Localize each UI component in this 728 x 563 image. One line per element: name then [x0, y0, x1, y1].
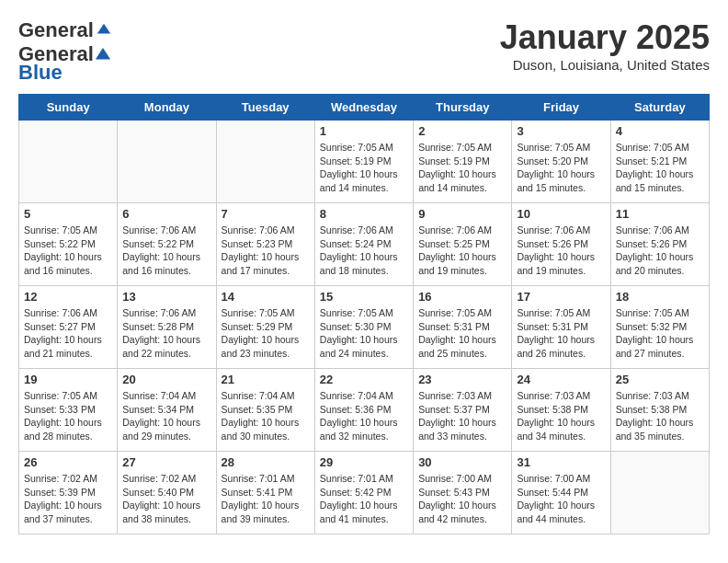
day-info: Sunrise: 7:03 AM Sunset: 5:38 PM Dayligh…: [616, 389, 704, 443]
day-number: 5: [24, 207, 112, 221]
weekday-header-sunday: Sunday: [19, 95, 118, 121]
calendar-cell: 23Sunrise: 7:03 AM Sunset: 5:37 PM Dayli…: [414, 369, 512, 452]
day-info: Sunrise: 7:06 AM Sunset: 5:27 PM Dayligh…: [24, 306, 112, 361]
day-info: Sunrise: 7:03 AM Sunset: 5:37 PM Dayligh…: [418, 389, 506, 443]
day-info: Sunrise: 7:06 AM Sunset: 5:24 PM Dayligh…: [320, 224, 408, 278]
logo-triangle-icon: [95, 47, 111, 63]
day-info: Sunrise: 7:05 AM Sunset: 5:19 PM Dayligh…: [320, 141, 408, 195]
calendar-cell: 29Sunrise: 7:01 AM Sunset: 5:42 PM Dayli…: [314, 452, 413, 534]
day-number: 3: [517, 124, 605, 138]
day-number: 9: [418, 207, 506, 221]
day-info: Sunrise: 7:05 AM Sunset: 5:22 PM Dayligh…: [24, 224, 112, 278]
day-info: Sunrise: 7:05 AM Sunset: 5:21 PM Dayligh…: [616, 141, 704, 195]
day-number: 14: [222, 290, 310, 304]
day-info: Sunrise: 7:01 AM Sunset: 5:42 PM Dayligh…: [320, 472, 408, 526]
day-info: Sunrise: 7:00 AM Sunset: 5:44 PM Dayligh…: [517, 472, 605, 526]
day-number: 28: [222, 455, 310, 469]
day-number: 12: [24, 290, 112, 304]
weekday-header-friday: Friday: [512, 95, 610, 121]
calendar-cell: 20Sunrise: 7:04 AM Sunset: 5:34 PM Dayli…: [118, 369, 216, 452]
day-number: 20: [122, 373, 210, 386]
day-info: Sunrise: 7:06 AM Sunset: 5:22 PM Dayligh…: [122, 224, 210, 278]
day-number: 30: [418, 455, 506, 469]
calendar-cell: 31Sunrise: 7:00 AM Sunset: 5:44 PM Dayli…: [512, 452, 610, 534]
day-number: 1: [320, 124, 408, 138]
calendar-cell: 14Sunrise: 7:05 AM Sunset: 5:29 PM Dayli…: [216, 286, 314, 369]
calendar-subtitle: Duson, Louisiana, United States: [500, 57, 710, 73]
day-info: Sunrise: 7:06 AM Sunset: 5:26 PM Dayligh…: [517, 224, 605, 278]
week-row-2: 5Sunrise: 7:05 AM Sunset: 5:22 PM Daylig…: [19, 203, 710, 286]
calendar-cell: [610, 452, 709, 534]
page-header: General General Blue January 2025 Duson,…: [18, 18, 710, 85]
svg-marker-1: [96, 48, 110, 60]
day-info: Sunrise: 7:05 AM Sunset: 5:29 PM Dayligh…: [222, 306, 310, 361]
calendar-table: SundayMondayTuesdayWednesdayThursdayFrid…: [18, 94, 710, 534]
calendar-cell: 2Sunrise: 7:05 AM Sunset: 5:19 PM Daylig…: [414, 121, 512, 203]
day-number: 8: [320, 207, 408, 221]
day-number: 4: [616, 124, 704, 138]
title-block: January 2025 Duson, Louisiana, United St…: [500, 18, 710, 73]
day-info: Sunrise: 7:05 AM Sunset: 5:31 PM Dayligh…: [517, 306, 605, 361]
day-info: Sunrise: 7:05 AM Sunset: 5:32 PM Dayligh…: [616, 306, 704, 361]
day-number: 19: [24, 373, 112, 386]
day-number: 25: [616, 373, 704, 386]
logo-blue-label: Blue: [18, 61, 63, 85]
day-number: 29: [320, 455, 408, 469]
day-number: 22: [320, 373, 408, 386]
calendar-cell: 3Sunrise: 7:05 AM Sunset: 5:20 PM Daylig…: [512, 121, 610, 203]
day-info: Sunrise: 7:00 AM Sunset: 5:43 PM Dayligh…: [418, 472, 506, 526]
day-info: Sunrise: 7:03 AM Sunset: 5:38 PM Dayligh…: [517, 389, 605, 443]
weekday-header-saturday: Saturday: [610, 95, 709, 121]
day-number: 11: [616, 207, 704, 221]
day-number: 16: [418, 290, 506, 304]
calendar-cell: 18Sunrise: 7:05 AM Sunset: 5:32 PM Dayli…: [610, 286, 709, 369]
calendar-cell: 8Sunrise: 7:06 AM Sunset: 5:24 PM Daylig…: [314, 203, 413, 286]
calendar-cell: 16Sunrise: 7:05 AM Sunset: 5:31 PM Dayli…: [414, 286, 512, 369]
day-number: 18: [616, 290, 704, 304]
day-info: Sunrise: 7:06 AM Sunset: 5:25 PM Dayligh…: [418, 224, 506, 278]
calendar-cell: 28Sunrise: 7:01 AM Sunset: 5:41 PM Dayli…: [216, 452, 314, 534]
calendar-cell: 19Sunrise: 7:05 AM Sunset: 5:33 PM Dayli…: [19, 369, 118, 452]
calendar-cell: [216, 121, 314, 203]
week-row-3: 12Sunrise: 7:06 AM Sunset: 5:27 PM Dayli…: [19, 286, 710, 369]
week-row-1: 1Sunrise: 7:05 AM Sunset: 5:19 PM Daylig…: [19, 121, 710, 203]
day-number: 15: [320, 290, 408, 304]
logo-icon: [96, 22, 112, 39]
day-number: 10: [517, 207, 605, 221]
calendar-cell: 17Sunrise: 7:05 AM Sunset: 5:31 PM Dayli…: [512, 286, 610, 369]
day-info: Sunrise: 7:02 AM Sunset: 5:40 PM Dayligh…: [122, 472, 210, 526]
calendar-cell: 11Sunrise: 7:06 AM Sunset: 5:26 PM Dayli…: [610, 203, 709, 286]
calendar-cell: 21Sunrise: 7:04 AM Sunset: 5:35 PM Dayli…: [216, 369, 314, 452]
day-number: 17: [517, 290, 605, 304]
calendar-cell: 6Sunrise: 7:06 AM Sunset: 5:22 PM Daylig…: [118, 203, 216, 286]
day-info: Sunrise: 7:05 AM Sunset: 5:31 PM Dayligh…: [418, 306, 506, 361]
day-info: Sunrise: 7:05 AM Sunset: 5:20 PM Dayligh…: [517, 141, 605, 195]
calendar-cell: 9Sunrise: 7:06 AM Sunset: 5:25 PM Daylig…: [414, 203, 512, 286]
calendar-title: January 2025: [500, 18, 710, 57]
day-info: Sunrise: 7:04 AM Sunset: 5:35 PM Dayligh…: [222, 389, 310, 443]
day-number: 6: [122, 207, 210, 221]
calendar-cell: 13Sunrise: 7:06 AM Sunset: 5:28 PM Dayli…: [118, 286, 216, 369]
day-info: Sunrise: 7:05 AM Sunset: 5:33 PM Dayligh…: [24, 389, 112, 443]
logo: General General Blue: [18, 18, 112, 85]
day-number: 7: [222, 207, 310, 221]
day-info: Sunrise: 7:04 AM Sunset: 5:34 PM Dayligh…: [122, 389, 210, 443]
day-number: 2: [418, 124, 506, 138]
day-info: Sunrise: 7:01 AM Sunset: 5:41 PM Dayligh…: [222, 472, 310, 526]
day-number: 31: [517, 455, 605, 469]
weekday-header-wednesday: Wednesday: [314, 95, 413, 121]
weekday-header-row: SundayMondayTuesdayWednesdayThursdayFrid…: [19, 95, 710, 121]
day-info: Sunrise: 7:06 AM Sunset: 5:23 PM Dayligh…: [222, 224, 310, 278]
day-number: 27: [122, 455, 210, 469]
calendar-cell: 27Sunrise: 7:02 AM Sunset: 5:40 PM Dayli…: [118, 452, 216, 534]
calendar-cell: 7Sunrise: 7:06 AM Sunset: 5:23 PM Daylig…: [216, 203, 314, 286]
day-number: 24: [517, 373, 605, 386]
day-number: 13: [122, 290, 210, 304]
weekday-header-monday: Monday: [118, 95, 216, 121]
day-info: Sunrise: 7:06 AM Sunset: 5:28 PM Dayligh…: [122, 306, 210, 361]
week-row-4: 19Sunrise: 7:05 AM Sunset: 5:33 PM Dayli…: [19, 369, 710, 452]
weekday-header-tuesday: Tuesday: [216, 95, 314, 121]
svg-marker-0: [97, 24, 110, 34]
day-info: Sunrise: 7:04 AM Sunset: 5:36 PM Dayligh…: [320, 389, 408, 443]
calendar-cell: 22Sunrise: 7:04 AM Sunset: 5:36 PM Dayli…: [314, 369, 413, 452]
